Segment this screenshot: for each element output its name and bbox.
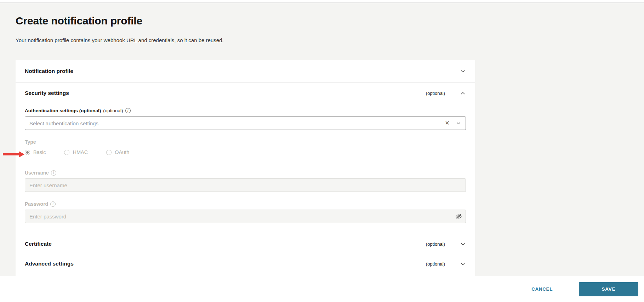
chevron-down-icon[interactable] [460,261,466,267]
radio-label: Basic [33,149,46,155]
page-subtitle: Your notification profile contains your … [16,37,224,43]
save-button[interactable]: SAVE [579,282,638,296]
radio-label: OAuth [115,149,129,155]
section-header-notification-profile[interactable]: Notification profile [16,60,475,82]
auth-settings-label-row: Authentication settings (optional) (opti… [25,108,466,113]
auth-settings-optional: (optional) [103,108,123,113]
chevron-down-icon[interactable] [460,241,466,247]
screen: Create notification profile Your notific… [0,0,644,302]
auth-type-radio-group: Basic HMAC OAuth [25,149,466,155]
section-header-advanced-settings[interactable]: Advanced settings (optional) [16,254,475,273]
info-icon[interactable]: i [51,170,56,176]
select-placeholder: Select authentication settings [29,120,445,126]
section-header-right: (optional) [426,261,466,267]
section-header-right: (optional) [426,90,466,96]
section-header-certificate[interactable]: Certificate (optional) [16,234,475,254]
chevron-up-icon[interactable] [460,90,466,96]
info-icon[interactable]: i [125,108,131,113]
form-card: Notification profile Security settings (… [16,60,475,276]
password-input[interactable] [25,210,466,223]
section-header-right: (optional) [426,241,466,247]
username-input[interactable] [25,178,466,192]
section-header-security-settings[interactable]: Security settings (optional) [16,82,475,104]
footer-action-bar: CANCEL SAVE [0,276,644,302]
password-label-row: Password i [25,201,466,207]
auth-settings-label: Authentication settings (optional) [25,108,101,113]
radio-oauth[interactable]: OAuth [106,149,129,155]
section-title: Notification profile [25,68,73,74]
username-label: Username [25,170,49,176]
cancel-button[interactable]: CANCEL [528,284,556,295]
username-label-row: Username i [25,170,466,176]
section-title: Advanced settings [25,261,74,267]
section-title: Security settings [25,90,69,96]
optional-badge: (optional) [426,261,445,267]
radio-hmac[interactable]: HMAC [64,149,88,155]
radio-basic[interactable]: Basic [25,149,46,155]
chevron-down-icon[interactable] [455,120,461,126]
password-field-wrap [25,207,466,223]
radio-circle[interactable] [106,150,112,155]
radio-label: HMAC [73,149,88,155]
auth-settings-select[interactable]: Select authentication settings ✕ [25,116,466,130]
clear-selection-icon[interactable]: ✕ [445,120,450,126]
optional-badge: (optional) [426,91,445,96]
type-label: Type [25,139,466,145]
info-icon[interactable]: i [50,201,56,207]
toggle-password-visibility-icon[interactable] [455,213,462,220]
optional-badge: (optional) [426,241,445,247]
radio-circle-selected[interactable] [25,150,30,155]
security-settings-content: Authentication settings (optional) (opti… [16,108,475,223]
page-title: Create notification profile [16,15,142,27]
chevron-down-icon[interactable] [460,68,466,74]
password-label: Password [25,201,48,207]
top-border-bar [0,0,644,3]
radio-circle[interactable] [64,150,69,155]
section-title: Certificate [25,241,52,247]
